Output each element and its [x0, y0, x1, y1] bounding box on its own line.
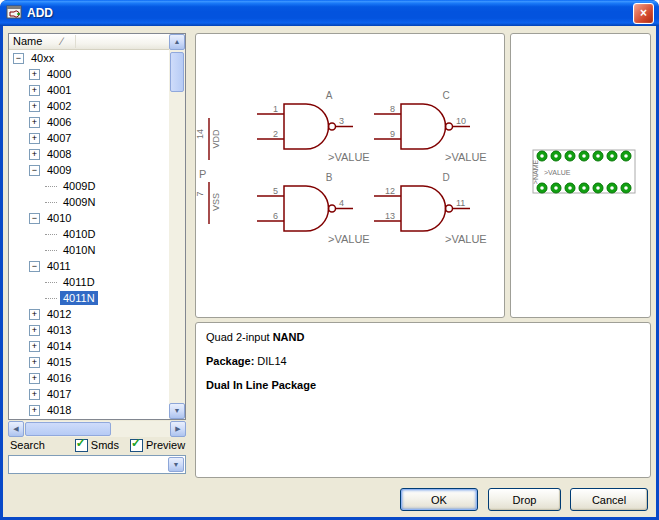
- tree-item-label[interactable]: 4010D: [60, 227, 98, 241]
- smds-checkbox[interactable]: ✓: [75, 439, 88, 452]
- tree-item-4016[interactable]: +4016: [9, 370, 169, 386]
- tree-item-4015[interactable]: +4015: [9, 354, 169, 370]
- expand-icon[interactable]: +: [29, 325, 40, 336]
- pin-number: 4: [339, 198, 344, 208]
- tree-item-label[interactable]: 4013: [44, 323, 74, 337]
- tree-item-label[interactable]: 40xx: [28, 51, 57, 65]
- smds-checkbox-label[interactable]: Smds: [91, 439, 119, 451]
- pin-number: 10: [456, 116, 466, 126]
- scroll-up-icon[interactable]: ▲: [169, 34, 185, 50]
- collapse-icon[interactable]: −: [29, 261, 40, 272]
- tree-item-label[interactable]: 4009: [44, 163, 74, 177]
- tree-item-4008[interactable]: +4008: [9, 146, 169, 162]
- tree-item-label[interactable]: 4007: [44, 131, 74, 145]
- tree-item-4009D[interactable]: 4009D: [9, 178, 169, 194]
- nand-gate-symbol: [257, 186, 353, 231]
- tree-item-4001[interactable]: +4001: [9, 82, 169, 98]
- tree-item-4009[interactable]: −4009: [9, 162, 169, 178]
- tree-item-4009N[interactable]: 4009N: [9, 194, 169, 210]
- tree-connector: [45, 186, 57, 187]
- drop-button[interactable]: Drop: [488, 488, 561, 511]
- tree-item-4010D[interactable]: 4010D: [9, 226, 169, 242]
- tree-item-4011N[interactable]: 4011N: [9, 290, 169, 306]
- expand-icon[interactable]: +: [29, 405, 40, 416]
- tree-header-name[interactable]: Name ∕: [9, 34, 169, 50]
- collapse-icon[interactable]: −: [13, 53, 24, 64]
- search-input[interactable]: ▼: [8, 455, 186, 474]
- tree-item-4017[interactable]: +4017: [9, 386, 169, 402]
- pin-number: 1: [273, 104, 278, 114]
- tree-header-label: Name: [13, 35, 42, 47]
- expand-icon[interactable]: +: [29, 133, 40, 144]
- scroll-left-icon[interactable]: ◀: [8, 421, 24, 437]
- close-button[interactable]: ×: [633, 3, 654, 24]
- tree-item-label[interactable]: 4008: [44, 147, 74, 161]
- tree-item-label[interactable]: 4017: [44, 387, 74, 401]
- expand-icon[interactable]: +: [29, 373, 40, 384]
- expand-icon[interactable]: +: [29, 85, 40, 96]
- tree-item-label[interactable]: 4010N: [60, 243, 98, 257]
- tree-item-label[interactable]: 4009N: [60, 195, 98, 209]
- tree-item-label[interactable]: 4018: [44, 403, 74, 417]
- horizontal-scrollbar[interactable]: ◀ ▶: [8, 421, 186, 437]
- tree-item-label[interactable]: 4002: [44, 99, 74, 113]
- expand-icon[interactable]: +: [29, 389, 40, 400]
- vertical-scroll-thumb[interactable]: [170, 52, 184, 92]
- tree-item-label[interactable]: 4015: [44, 355, 74, 369]
- tree-item-label[interactable]: 4009D: [60, 179, 98, 193]
- preview-checkbox[interactable]: ✓: [130, 439, 143, 452]
- pad-hole: [610, 186, 614, 190]
- collapse-icon[interactable]: −: [29, 213, 40, 224]
- expand-icon[interactable]: +: [29, 101, 40, 112]
- expand-icon[interactable]: +: [29, 69, 40, 80]
- horizontal-scroll-thumb[interactable]: [25, 422, 111, 436]
- power-pin-name: VSS: [211, 193, 221, 211]
- tree-item-label[interactable]: 4016: [44, 371, 74, 385]
- scroll-right-icon[interactable]: ▶: [170, 421, 186, 437]
- tree-item-4002[interactable]: +4002: [9, 98, 169, 114]
- chevron-down-icon[interactable]: ▼: [168, 457, 184, 472]
- ok-button[interactable]: OK: [400, 488, 478, 511]
- tree-item-4014[interactable]: +4014: [9, 338, 169, 354]
- tree-item-4011D[interactable]: 4011D: [9, 274, 169, 290]
- expand-icon[interactable]: +: [29, 309, 40, 320]
- preview-checkbox-label[interactable]: Preview: [146, 439, 185, 451]
- pin-number: 8: [390, 104, 395, 114]
- power-pin-number: 7: [196, 191, 205, 196]
- tree-item-4010[interactable]: −4010: [9, 210, 169, 226]
- tree-item-4012[interactable]: +4012: [9, 306, 169, 322]
- tree-item-label[interactable]: 4010: [44, 211, 74, 225]
- tree-item-label[interactable]: 4011: [44, 259, 74, 273]
- nand-gate-symbol: [257, 104, 353, 149]
- tree-item-4007[interactable]: +4007: [9, 130, 169, 146]
- tree-item-label[interactable]: 4014: [44, 339, 74, 353]
- tree-item-4006[interactable]: +4006: [9, 114, 169, 130]
- vertical-scrollbar[interactable]: ▲ ▼: [169, 34, 185, 419]
- tree-item-label[interactable]: 4000: [44, 67, 74, 81]
- collapse-icon[interactable]: −: [29, 165, 40, 176]
- expand-icon[interactable]: +: [29, 357, 40, 368]
- tree-item-4011[interactable]: −4011: [9, 258, 169, 274]
- value-placeholder: >VALUE: [328, 151, 370, 163]
- pin-number: 6: [273, 211, 278, 221]
- tree-item-label[interactable]: 4011D: [60, 275, 98, 289]
- tree-item-label[interactable]: 4001: [44, 83, 74, 97]
- tree-item-4000[interactable]: +4000: [9, 66, 169, 82]
- expand-icon[interactable]: +: [29, 117, 40, 128]
- expand-icon[interactable]: +: [29, 149, 40, 160]
- tree-connector: [45, 202, 57, 203]
- tree-item-4018[interactable]: +4018: [9, 402, 169, 418]
- cancel-button[interactable]: Cancel: [570, 488, 648, 511]
- tree-item-label[interactable]: 4012: [44, 307, 74, 321]
- expand-icon[interactable]: +: [29, 341, 40, 352]
- titlebar[interactable]: ADD ×: [0, 0, 659, 26]
- tree-item-label[interactable]: 4011N: [60, 291, 98, 305]
- tree-item-4013[interactable]: +4013: [9, 322, 169, 338]
- tree-item-label[interactable]: 4006: [44, 115, 74, 129]
- gate-letter: C: [442, 90, 449, 101]
- scroll-down-icon[interactable]: ▼: [169, 403, 185, 419]
- tree-item-40xx[interactable]: −40xx: [9, 50, 169, 66]
- pad-hole: [596, 186, 600, 190]
- tree-item-4010N[interactable]: 4010N: [9, 242, 169, 258]
- package-canvas: >NAME >VALUE: [511, 34, 650, 317]
